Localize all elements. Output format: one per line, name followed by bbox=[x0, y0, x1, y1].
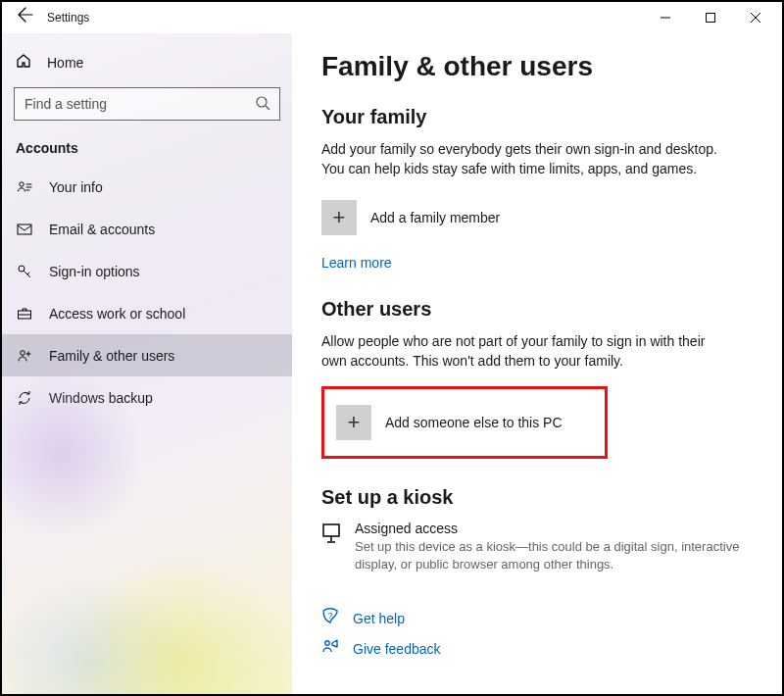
add-family-member-button[interactable]: + Add a family member bbox=[321, 194, 753, 241]
your-family-section: Your family Add your family so everybody… bbox=[321, 106, 753, 271]
key-icon bbox=[16, 264, 33, 279]
maximize-icon bbox=[706, 13, 715, 23]
get-help-link[interactable]: Get help bbox=[353, 611, 405, 626]
svg-point-9 bbox=[325, 641, 329, 645]
kiosk-monitor-icon bbox=[321, 522, 341, 547]
main-content: Family & other users Your family Add you… bbox=[292, 33, 782, 694]
minimize-icon bbox=[661, 13, 670, 23]
svg-text:?: ? bbox=[327, 611, 332, 621]
give-feedback-link[interactable]: Give feedback bbox=[353, 641, 441, 657]
titlebar: Settings bbox=[2, 2, 782, 33]
home-icon bbox=[16, 53, 31, 72]
mail-icon bbox=[16, 222, 33, 237]
window-title: Settings bbox=[47, 11, 89, 25]
sidebar-item-email-accounts[interactable]: Email & accounts bbox=[2, 208, 292, 250]
sidebar-category: Accounts bbox=[2, 134, 292, 166]
page-title: Family & other users bbox=[321, 51, 753, 82]
kiosk-item-description: Set up this device as a kiosk—this could… bbox=[355, 538, 753, 572]
help-icon: ? bbox=[321, 608, 339, 628]
sidebar-item-label: Access work or school bbox=[49, 306, 185, 322]
people-add-icon bbox=[16, 348, 33, 364]
section-description: Add your family so everybody gets their … bbox=[321, 140, 733, 178]
sidebar-nav: Your info Email & accounts Sign-in optio… bbox=[2, 166, 292, 419]
assigned-access-button[interactable]: Assigned access Set up this device as a … bbox=[321, 521, 753, 572]
section-title: Your family bbox=[321, 106, 753, 128]
sidebar-item-label: Windows backup bbox=[49, 390, 153, 406]
sidebar-item-family-other-users[interactable]: Family & other users bbox=[2, 334, 292, 376]
learn-more-link[interactable]: Learn more bbox=[321, 255, 392, 271]
section-title: Other users bbox=[321, 298, 753, 321]
section-title: Set up a kiosk bbox=[321, 486, 753, 509]
search-input[interactable] bbox=[14, 87, 280, 121]
svg-rect-0 bbox=[707, 14, 715, 23]
minimize-button[interactable] bbox=[643, 2, 688, 33]
home-nav[interactable]: Home bbox=[2, 33, 292, 87]
arrow-left-icon bbox=[18, 7, 33, 23]
close-icon bbox=[751, 13, 760, 23]
close-button[interactable] bbox=[733, 2, 778, 33]
svg-rect-7 bbox=[323, 524, 339, 536]
svg-point-6 bbox=[21, 350, 25, 355]
maximize-button[interactable] bbox=[688, 2, 733, 33]
sidebar-item-label: Family & other users bbox=[49, 348, 174, 364]
home-label: Home bbox=[47, 55, 83, 71]
sidebar-item-label: Email & accounts bbox=[49, 222, 155, 237]
svg-point-1 bbox=[257, 97, 267, 107]
briefcase-icon bbox=[16, 306, 33, 322]
add-someone-else-button[interactable]: + Add someone else to this PC bbox=[336, 399, 593, 446]
kiosk-item-title: Assigned access bbox=[355, 521, 753, 536]
sidebar-item-your-info[interactable]: Your info bbox=[2, 166, 292, 208]
kiosk-section: Set up a kiosk Assigned access Set up th… bbox=[321, 486, 753, 572]
plus-icon: + bbox=[336, 405, 371, 440]
svg-rect-3 bbox=[18, 224, 31, 234]
highlight-annotation: + Add someone else to this PC bbox=[321, 386, 608, 459]
other-users-section: Other users Allow people who are not par… bbox=[321, 298, 753, 459]
back-button[interactable] bbox=[6, 2, 45, 33]
sidebar-item-label: Sign-in options bbox=[49, 264, 140, 279]
sidebar-item-label: Your info bbox=[49, 179, 103, 195]
sync-icon bbox=[16, 390, 33, 406]
tile-label: Add someone else to this PC bbox=[385, 415, 563, 430]
sidebar-item-access-work-school[interactable]: Access work or school bbox=[2, 292, 292, 334]
sidebar-item-signin-options[interactable]: Sign-in options bbox=[2, 250, 292, 292]
tile-label: Add a family member bbox=[370, 210, 500, 225]
svg-point-2 bbox=[20, 181, 24, 185]
footer-links: ? Get help Give feedback bbox=[321, 608, 753, 659]
sidebar: Home Accounts Your info Email & accounts bbox=[2, 33, 292, 694]
sidebar-item-windows-backup[interactable]: Windows backup bbox=[2, 376, 292, 419]
plus-icon: + bbox=[321, 200, 357, 235]
person-card-icon bbox=[16, 179, 33, 195]
section-description: Allow people who are not part of your fa… bbox=[321, 332, 733, 371]
feedback-icon bbox=[321, 638, 339, 659]
search-icon bbox=[255, 95, 270, 114]
